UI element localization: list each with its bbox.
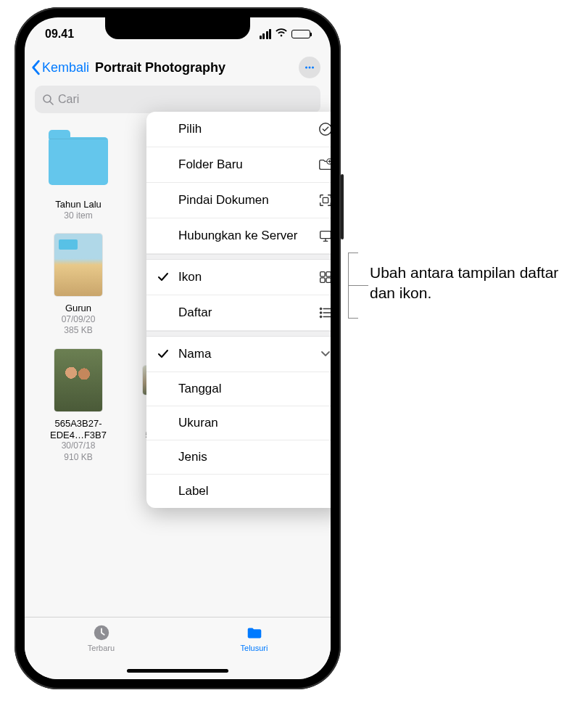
file-date: 30/07/18 bbox=[62, 440, 96, 452]
callout-tick bbox=[348, 253, 358, 253]
menu-label: Tanggal bbox=[178, 382, 222, 396]
home-indicator[interactable] bbox=[127, 669, 228, 673]
file-size: 385 KB bbox=[64, 325, 92, 337]
image-thumb bbox=[45, 231, 112, 298]
menu-item-sort-date[interactable]: Tanggal bbox=[146, 372, 331, 406]
callout-text: Ubah antara tampilan daftar dan ikon. bbox=[370, 263, 566, 304]
list-icon bbox=[318, 305, 331, 321]
chevron-down-icon bbox=[318, 346, 331, 362]
menu-label: Pindai Dokumen bbox=[178, 193, 269, 208]
file-size: 910 KB bbox=[64, 452, 92, 464]
svg-point-2 bbox=[312, 67, 314, 69]
server-icon bbox=[318, 228, 331, 244]
search-input[interactable]: Cari bbox=[35, 86, 320, 113]
menu-label: Jenis bbox=[178, 450, 207, 464]
menu-item-icon-view[interactable]: Ikon bbox=[146, 260, 331, 295]
menu-label: Ukuran bbox=[178, 416, 218, 430]
menu-item-new-folder[interactable]: Folder Baru bbox=[146, 147, 331, 183]
ellipsis-circle-icon bbox=[303, 61, 316, 74]
clock-icon bbox=[91, 623, 112, 642]
menu-label: Folder Baru bbox=[178, 157, 243, 172]
menu-label: Daftar bbox=[178, 305, 212, 320]
file-name: 565A3B27-EDE4…F3B7 bbox=[38, 418, 118, 440]
svg-point-0 bbox=[305, 67, 307, 69]
grid-icon bbox=[318, 269, 331, 285]
search-icon bbox=[42, 94, 54, 105]
svg-rect-8 bbox=[320, 231, 331, 239]
svg-point-14 bbox=[320, 312, 322, 314]
svg-rect-7 bbox=[323, 197, 328, 202]
svg-point-5 bbox=[320, 123, 331, 136]
cellular-icon bbox=[260, 29, 272, 39]
svg-point-15 bbox=[320, 316, 322, 318]
menu-label: Nama bbox=[178, 347, 211, 361]
svg-rect-12 bbox=[326, 278, 331, 282]
image-thumb bbox=[45, 347, 112, 414]
svg-line-4 bbox=[50, 102, 53, 104]
tab-bar: Terbaru Telusuri bbox=[25, 617, 331, 679]
back-button[interactable]: Kembali bbox=[30, 60, 89, 75]
svg-point-13 bbox=[320, 308, 322, 310]
power-button bbox=[341, 174, 344, 239]
tab-label: Telusuri bbox=[241, 644, 268, 652]
file-item-image[interactable]: 565A3B27-EDE4…F3B7 30/07/18 910 KB bbox=[35, 347, 122, 463]
search-placeholder: Cari bbox=[58, 93, 79, 106]
options-popover: Pilih Folder Baru Pindai Dokumen Hubungk… bbox=[146, 112, 331, 508]
check-icon bbox=[157, 271, 170, 284]
tab-label: Terbaru bbox=[88, 644, 115, 652]
status-time: 09.41 bbox=[45, 28, 74, 41]
more-button[interactable] bbox=[299, 57, 320, 78]
svg-rect-11 bbox=[320, 278, 325, 282]
scan-icon bbox=[318, 192, 331, 208]
menu-item-select[interactable]: Pilih bbox=[146, 112, 331, 147]
callout-connector bbox=[348, 285, 368, 286]
svg-rect-9 bbox=[320, 272, 325, 276]
folder-plus-icon bbox=[318, 157, 331, 173]
chevron-left-icon bbox=[30, 60, 41, 75]
menu-separator bbox=[146, 331, 331, 337]
folder-icon bbox=[244, 623, 265, 642]
status-right bbox=[260, 28, 311, 41]
menu-item-sort-kind[interactable]: Jenis bbox=[146, 440, 331, 475]
select-circle-icon bbox=[318, 121, 331, 137]
file-name: Gurun bbox=[65, 303, 91, 314]
file-subtitle: 30 item bbox=[64, 210, 92, 222]
screen: 09.41 Kembali Portrait Photography Cari bbox=[25, 17, 331, 679]
wifi-icon bbox=[275, 28, 288, 41]
folder-icon bbox=[45, 128, 112, 194]
svg-rect-10 bbox=[326, 272, 331, 276]
file-item-folder[interactable]: Tahun Lalu 30 item bbox=[35, 128, 122, 221]
file-date: 07/09/20 bbox=[62, 314, 96, 326]
menu-item-list-view[interactable]: Daftar bbox=[146, 295, 331, 331]
check-icon bbox=[157, 348, 170, 361]
back-label: Kembali bbox=[42, 60, 89, 75]
file-item-image[interactable]: Gurun 07/09/20 385 KB bbox=[35, 231, 122, 337]
menu-label: Ikon bbox=[178, 270, 202, 284]
menu-label: Label bbox=[178, 484, 209, 498]
file-name: Tahun Lalu bbox=[55, 199, 102, 210]
battery-icon bbox=[291, 30, 310, 38]
menu-item-sort-tags[interactable]: Label bbox=[146, 475, 331, 508]
menu-item-sort-size[interactable]: Ukuran bbox=[146, 406, 331, 440]
menu-item-scan[interactable]: Pindai Dokumen bbox=[146, 183, 331, 218]
menu-item-sort-name[interactable]: Nama bbox=[146, 337, 331, 372]
menu-item-connect-server[interactable]: Hubungkan ke Server bbox=[146, 218, 331, 254]
menu-label: Hubungkan ke Server bbox=[178, 229, 297, 243]
nav-bar: Kembali Portrait Photography bbox=[25, 54, 331, 86]
phone-frame: 09.41 Kembali Portrait Photography Cari bbox=[15, 7, 341, 689]
page-title: Portrait Photography bbox=[95, 60, 296, 75]
menu-label: Pilih bbox=[178, 122, 202, 136]
notch bbox=[105, 17, 250, 39]
svg-point-1 bbox=[309, 67, 311, 69]
callout-tick bbox=[348, 318, 358, 319]
menu-separator bbox=[146, 254, 331, 260]
